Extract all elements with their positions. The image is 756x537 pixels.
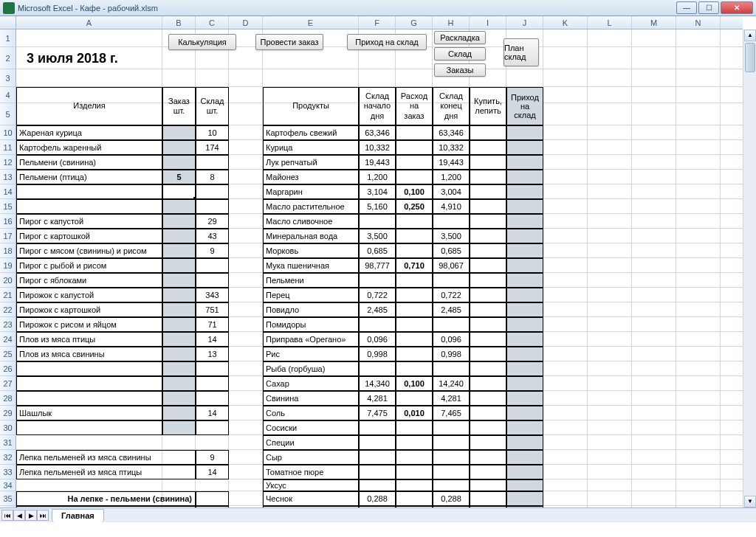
produkt-kupit[interactable]: [470, 199, 506, 214]
produkt-rashod[interactable]: [396, 288, 433, 302]
izdelie-sklad[interactable]: 43: [196, 229, 229, 243]
produkt-name[interactable]: Соль: [263, 406, 359, 420]
izdelie-sklad[interactable]: 751: [196, 302, 229, 317]
produkt-kupit[interactable]: [470, 450, 506, 465]
produkt-prihod[interactable]: [506, 317, 543, 332]
close-button[interactable]: ✕: [721, 1, 753, 14]
produkt-prihod[interactable]: [506, 258, 543, 273]
produkt-sklad-kon[interactable]: [433, 273, 470, 288]
scroll-down-arrow[interactable]: ▼: [744, 496, 756, 507]
izdelie-zakaz[interactable]: [162, 214, 196, 229]
plan-button[interactable]: План склад: [504, 38, 539, 66]
tab-next[interactable]: ▶: [25, 510, 37, 521]
produkt-name[interactable]: Маргарин: [263, 184, 359, 199]
produkt-kupit[interactable]: [470, 317, 506, 332]
izdelie-sklad[interactable]: 13: [196, 347, 229, 361]
produkt-name[interactable]: Мука пшеничная: [263, 258, 359, 273]
produkt-rashod[interactable]: 0,100: [396, 376, 433, 391]
produkt-rashod[interactable]: [396, 243, 433, 258]
izdelie-zakaz[interactable]: [162, 332, 196, 347]
produkt-name[interactable]: Морковь: [263, 243, 359, 258]
izdelie-name[interactable]: Пирог с яблоками: [16, 273, 162, 288]
izdelie-zakaz[interactable]: [162, 125, 196, 140]
produkt-rashod[interactable]: [396, 450, 433, 465]
produkt-sklad-nach[interactable]: [359, 420, 396, 435]
produkt-sklad-nach[interactable]: 0,096: [359, 332, 396, 347]
produkt-name[interactable]: Томатное пюре: [263, 465, 359, 479]
produkt-kupit[interactable]: [470, 406, 506, 420]
tab-first[interactable]: ⏮: [1, 510, 13, 521]
izdelie-zakaz[interactable]: [162, 347, 196, 361]
izdelie-name[interactable]: Пирог с рыбой и рисом: [16, 258, 162, 273]
produkt-sklad-nach[interactable]: [359, 435, 396, 450]
produkt-sklad-nach[interactable]: 98,777: [359, 258, 396, 273]
produkt-prihod[interactable]: [506, 406, 543, 420]
produkt-sklad-nach[interactable]: 0,685: [359, 243, 396, 258]
produkt-prihod[interactable]: [506, 347, 543, 361]
lepka-sklad[interactable]: 14: [196, 465, 229, 479]
izdelie-sklad[interactable]: [196, 376, 229, 391]
produkt-sklad-nach[interactable]: 4,281: [359, 391, 396, 406]
produkt-sklad-kon[interactable]: 7,465: [433, 406, 470, 420]
izdelie-name[interactable]: [16, 361, 162, 376]
produkt-sklad-nach[interactable]: [359, 214, 396, 229]
izdelie-zakaz[interactable]: [162, 243, 196, 258]
produkt-prihod[interactable]: [506, 465, 543, 479]
produkt-name[interactable]: Лук репчатый: [263, 155, 359, 170]
produkt-kupit[interactable]: [470, 214, 506, 229]
izdelie-zakaz[interactable]: [162, 361, 196, 376]
izdelie-zakaz[interactable]: [162, 288, 196, 302]
izdelie-name[interactable]: Плов из мяса свинины: [16, 347, 162, 361]
produkt-prihod[interactable]: [506, 140, 543, 155]
produkt-sklad-kon[interactable]: 3,500: [433, 229, 470, 243]
izdelie-zakaz[interactable]: [162, 376, 196, 391]
izdelie-name[interactable]: [16, 199, 162, 214]
produkt-sklad-nach[interactable]: [359, 273, 396, 288]
select-all-corner[interactable]: [0, 16, 16, 30]
produkt-prihod[interactable]: [506, 243, 543, 258]
order-button[interactable]: Провести заказ: [255, 34, 323, 50]
produkt-sklad-kon[interactable]: [433, 214, 470, 229]
izdelie-name[interactable]: Жареная курица: [16, 125, 162, 140]
produkt-name[interactable]: Сахар: [263, 376, 359, 391]
spreadsheet-grid[interactable]: 3 июля 2018 г.КалькуляцияПровести заказП…: [16, 30, 743, 507]
produkt-sklad-kon[interactable]: [433, 420, 470, 435]
izdelie-name[interactable]: Пирог с капустой: [16, 214, 162, 229]
produkt-kupit[interactable]: [470, 302, 506, 317]
produkt-sklad-nach[interactable]: 3,104: [359, 184, 396, 199]
produkt-prihod[interactable]: [506, 273, 543, 288]
izdelie-zakaz[interactable]: [162, 258, 196, 273]
produkt-rashod[interactable]: [396, 140, 433, 155]
produkt-rashod[interactable]: [396, 491, 433, 506]
produkt-rashod[interactable]: [396, 155, 433, 170]
produkt-prihod[interactable]: [506, 450, 543, 465]
produkt-name[interactable]: Помидоры: [263, 317, 359, 332]
izdelie-sklad[interactable]: 8: [196, 170, 229, 184]
produkt-prihod[interactable]: [506, 214, 543, 229]
produkt-sklad-kon[interactable]: [433, 450, 470, 465]
produkt-name[interactable]: Свинина: [263, 391, 359, 406]
produkt-kupit[interactable]: [470, 125, 506, 140]
produkt-sklad-nach[interactable]: [359, 465, 396, 479]
produkt-sklad-nach[interactable]: 1,200: [359, 170, 396, 184]
produkt-name[interactable]: Чеснок: [263, 491, 359, 506]
produkt-prihod[interactable]: [506, 332, 543, 347]
produkt-sklad-kon[interactable]: [433, 435, 470, 450]
izdelie-name[interactable]: Шашлык: [16, 406, 162, 420]
produkt-name[interactable]: Рыба (горбуша): [263, 361, 359, 376]
produkt-name[interactable]: Уксус: [263, 479, 359, 491]
produkt-sklad-nach[interactable]: [359, 361, 396, 376]
produkt-prihod[interactable]: [506, 125, 543, 140]
produkt-rashod[interactable]: [396, 435, 433, 450]
produkt-name[interactable]: Минеральная вода: [263, 229, 359, 243]
tab-last[interactable]: ⏭: [37, 510, 49, 521]
produkt-name[interactable]: Масло растительное: [263, 199, 359, 214]
produkt-name[interactable]: Майонез: [263, 170, 359, 184]
tab-prev[interactable]: ◀: [13, 510, 25, 521]
produkt-sklad-kon[interactable]: 14,240: [433, 376, 470, 391]
produkt-kupit[interactable]: [470, 258, 506, 273]
produkt-name[interactable]: Рис: [263, 347, 359, 361]
produkt-sklad-nach[interactable]: 0,722: [359, 288, 396, 302]
produkt-sklad-nach[interactable]: 7,475: [359, 406, 396, 420]
produkt-sklad-kon[interactable]: 0,288: [433, 491, 470, 506]
